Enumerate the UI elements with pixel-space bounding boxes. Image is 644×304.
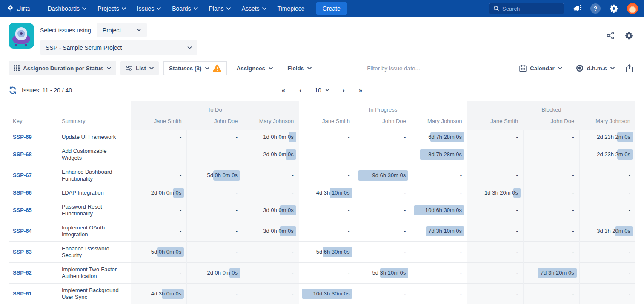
duration-cell: - <box>523 221 579 242</box>
duration-cell: 2d 0h 0m 0s <box>243 144 299 165</box>
duration-cell: - <box>131 144 187 165</box>
announcements-icon[interactable] <box>572 4 582 13</box>
issue-key-link[interactable]: SSP-67 <box>13 172 32 178</box>
share-icon[interactable] <box>607 32 615 40</box>
nav-plans[interactable]: Plans <box>203 0 236 17</box>
project-select[interactable]: SSP - Sample Scrum Project <box>40 40 197 55</box>
jira-logo[interactable]: Jira <box>6 4 30 13</box>
duration-cell: - <box>523 144 579 165</box>
chevron-down-icon <box>187 46 192 49</box>
help-icon[interactable]: ? <box>590 3 601 14</box>
table-row: SSP-68Add Customizable Widgets--2d 0h 0m… <box>9 144 635 165</box>
key-cell: SSP-68 <box>9 144 57 165</box>
empty-duration: - <box>404 189 406 196</box>
statuses-filter-button[interactable]: Statuses (3) <box>163 61 227 75</box>
nav-assets[interactable]: Assets <box>236 0 272 17</box>
summary-cell: Implement Background User Sync <box>57 284 131 304</box>
issue-key-link[interactable]: SSP-63 <box>13 249 32 255</box>
nav-timepiece[interactable]: Timepiece <box>272 0 310 17</box>
issue-key-link[interactable]: SSP-61 <box>13 290 32 297</box>
empty-duration: - <box>236 189 238 196</box>
key-cell: SSP-66 <box>9 186 57 200</box>
user-avatar[interactable] <box>627 3 638 14</box>
create-button[interactable]: Create <box>316 2 347 15</box>
duration-cell: - <box>187 200 243 221</box>
status-group-header: In Progress <box>299 101 467 115</box>
assignee-column-header: Jane Smith <box>467 115 524 130</box>
empty-duration: - <box>404 134 406 140</box>
export-button[interactable] <box>623 61 635 75</box>
duration-cell: 3d 3h 20m 0s <box>579 221 635 242</box>
page-size-select[interactable]: 10 <box>311 87 333 94</box>
prev-page-button[interactable]: ‹ <box>295 85 306 95</box>
refresh-icon[interactable] <box>9 86 17 95</box>
assignees-filter-button[interactable]: Assignees <box>232 61 278 75</box>
global-search[interactable] <box>489 3 564 14</box>
report-header: Select issues using Project SSP - Sample… <box>0 17 644 58</box>
empty-duration: - <box>404 249 406 255</box>
duration-cell: - <box>411 186 467 200</box>
table-row: SSP-67Enhance Dashboard Functionality-5d… <box>9 165 635 186</box>
next-page-button[interactable]: › <box>338 85 349 95</box>
chevron-down-icon <box>262 7 266 10</box>
empty-duration: - <box>460 270 462 276</box>
issue-key-link[interactable]: SSP-64 <box>13 228 32 234</box>
empty-duration: - <box>516 270 518 276</box>
settings-gear-icon[interactable] <box>609 4 618 13</box>
nav-dashboards[interactable]: Dashboards <box>42 0 92 17</box>
duration-cell: - <box>411 263 467 284</box>
empty-duration: - <box>180 151 181 158</box>
issue-source-select[interactable]: Project <box>97 23 147 37</box>
empty-duration: - <box>629 189 630 196</box>
assignee-column-header: John Doe <box>523 115 579 130</box>
issue-key-link[interactable]: SSP-68 <box>13 151 32 158</box>
select-issues-label: Select issues using <box>40 27 91 34</box>
duration-cell: - <box>355 144 411 165</box>
issue-date-filter-input[interactable] <box>367 65 465 72</box>
issue-key-link[interactable]: SSP-66 <box>13 189 32 196</box>
duration-cell: - <box>187 284 243 304</box>
empty-duration: - <box>516 228 518 234</box>
report-type-button[interactable]: Assignee Duration per Status <box>9 61 116 75</box>
nav-issues[interactable]: Issues <box>132 0 166 17</box>
view-mode-button[interactable]: List <box>120 61 159 75</box>
duration-value: 10d 3h 30m 0s <box>313 290 350 297</box>
table-row: SSP-61Implement Background User Sync4d 3… <box>9 284 635 304</box>
empty-duration: - <box>572 290 574 297</box>
issue-key-link[interactable]: SSP-69 <box>13 134 32 140</box>
first-page-button[interactable]: « <box>278 85 289 95</box>
nav-projects[interactable]: Projects <box>92 0 132 17</box>
empty-duration: - <box>516 134 518 140</box>
calendar-select-button[interactable]: Calendar <box>514 61 567 75</box>
duration-cell: - <box>467 284 524 304</box>
fields-button[interactable]: Fields <box>282 61 317 75</box>
report-settings-gear-icon[interactable] <box>625 32 633 40</box>
duration-value: 2d 0h 0m 0s <box>263 151 294 158</box>
chevron-down-icon <box>558 67 562 70</box>
key-cell: SSP-63 <box>9 242 57 263</box>
duration-value: 5d 6h 30m 0s <box>316 249 350 255</box>
empty-duration: - <box>236 151 238 158</box>
assignee-column-header: Mary Johnson <box>243 115 299 130</box>
empty-duration: - <box>292 249 293 255</box>
report-toolbar: Assignee Duration per Status List Status… <box>0 58 644 80</box>
nav-boards[interactable]: Boards <box>166 0 203 17</box>
issue-key-link[interactable]: SSP-62 <box>13 270 32 276</box>
duration-cell: 7d 3h 10m 0s <box>411 221 467 242</box>
duration-cell: - <box>411 242 467 263</box>
empty-duration: - <box>629 290 630 297</box>
duration-cell: 4d 3h 0m 0s <box>131 284 187 304</box>
empty-duration: - <box>348 151 349 158</box>
duration-cell: - <box>355 242 411 263</box>
summary-cell: Add Customizable Widgets <box>57 144 131 165</box>
duration-cell: - <box>467 242 524 263</box>
search-input[interactable] <box>502 6 553 12</box>
empty-duration: - <box>572 151 574 158</box>
empty-duration: - <box>180 270 181 276</box>
duration-cell: 1d 0h 0m 0s <box>243 130 299 144</box>
last-page-button[interactable]: » <box>355 85 366 95</box>
chevron-down-icon <box>122 7 126 10</box>
duration-format-button[interactable]: d.h.m.s <box>571 61 620 75</box>
empty-duration: - <box>516 290 518 297</box>
issue-key-link[interactable]: SSP-65 <box>13 207 32 213</box>
